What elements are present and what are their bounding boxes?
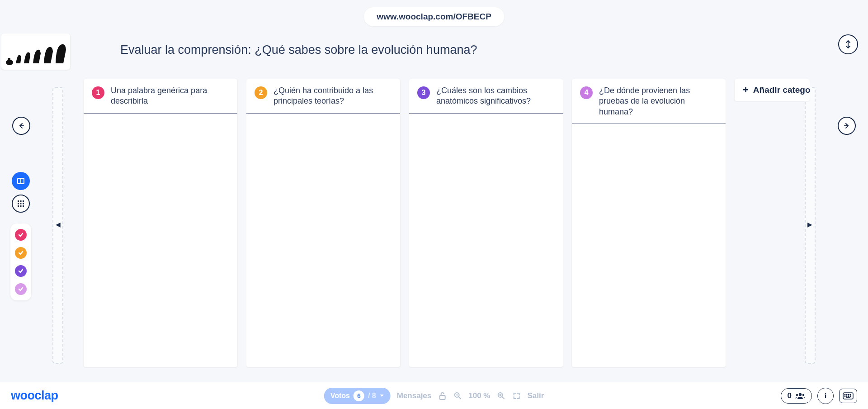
info-button[interactable]: i [817, 388, 834, 404]
next-question-button[interactable] [838, 117, 856, 135]
votes-total: / 8 [368, 392, 376, 400]
check-icon [18, 268, 24, 274]
grid-icon [17, 200, 24, 207]
column-4[interactable]: 4 ¿De dónde provienen las pruebas de la … [572, 79, 726, 367]
zoom-in-button[interactable] [496, 391, 505, 400]
info-icon: i [825, 392, 826, 400]
column-3[interactable]: 3 ¿Cuáles son los cambios anatómicos sig… [409, 79, 563, 367]
svg-rect-13 [439, 395, 445, 399]
question-title: Evaluar la comprensión: ¿Qué sabes sobre… [120, 43, 477, 57]
svg-point-23 [802, 394, 804, 395]
arrow-right-icon [843, 122, 850, 129]
legend-dot-1[interactable] [15, 229, 27, 241]
layout-columns-button[interactable] [12, 172, 30, 190]
svg-point-21 [799, 393, 802, 395]
bottom-center-controls: Votos 6 / 8 Mensajes 100 % Salir [324, 388, 544, 404]
prev-question-button[interactable] [12, 117, 30, 135]
bottom-bar: wooclap Votos 6 / 8 Mensajes 100 % [0, 382, 868, 409]
scroll-left-caret[interactable]: ◀ [56, 221, 61, 228]
svg-point-28 [850, 394, 851, 395]
svg-line-18 [502, 397, 504, 399]
zoom-in-icon [497, 392, 505, 400]
bottom-right-controls: 0 i [781, 388, 857, 404]
votes-pill[interactable]: Votos 6 / 8 [324, 388, 391, 404]
column-title: ¿Quién ha contribuido a las principales … [274, 86, 392, 107]
svg-point-31 [848, 395, 849, 396]
zoom-out-button[interactable] [453, 391, 462, 400]
legend-dot-3[interactable] [15, 265, 27, 277]
svg-rect-11 [20, 205, 22, 207]
votes-count: 6 [354, 390, 364, 401]
messages-button[interactable]: Mensajes [397, 391, 432, 400]
arrow-left-icon [18, 122, 25, 129]
column-title: ¿De dónde provienen las pruebas de la ev… [599, 86, 717, 117]
fullscreen-icon [513, 392, 520, 399]
evolution-illustration-icon [4, 40, 67, 66]
url-text: www.wooclap.com/OFBECP [377, 12, 491, 21]
svg-line-15 [458, 397, 461, 399]
sort-updown-icon [844, 39, 852, 49]
category-legend [10, 224, 31, 300]
svg-rect-9 [23, 203, 24, 204]
column-title: Una palabra genérica para describirla [111, 86, 229, 107]
legend-dot-4[interactable] [15, 283, 27, 295]
column-header: 1 Una palabra genérica para describirla [84, 79, 237, 114]
svg-rect-10 [18, 205, 19, 207]
column-header: 3 ¿Cuáles son los cambios anatómicos sig… [409, 79, 563, 114]
sort-button[interactable] [838, 34, 858, 54]
svg-rect-4 [18, 200, 19, 202]
layout-grid-button[interactable] [12, 195, 30, 213]
svg-rect-8 [20, 203, 22, 204]
column-number-badge: 3 [417, 86, 430, 99]
svg-rect-6 [23, 200, 24, 202]
svg-point-29 [844, 395, 845, 396]
legend-dot-2[interactable] [15, 247, 27, 259]
column-number-badge: 1 [92, 86, 104, 99]
votes-label: Votos [330, 392, 350, 400]
lock-button[interactable] [438, 391, 447, 400]
columns-icon [17, 177, 25, 185]
participants-count: 0 [788, 391, 792, 400]
check-icon [18, 250, 24, 256]
keyboard-icon [843, 392, 854, 399]
column-number-badge: 2 [255, 86, 267, 99]
chevron-down-icon [380, 394, 384, 398]
svg-point-22 [796, 394, 798, 395]
column-title: ¿Cuáles son los cambios anatómicos signi… [436, 86, 555, 107]
check-icon [18, 286, 24, 292]
zoom-level: 100 % [468, 391, 490, 400]
svg-rect-7 [18, 203, 19, 204]
check-icon [18, 232, 24, 238]
column-header: 4 ¿De dónde provienen las pruebas de la … [572, 79, 726, 124]
fullscreen-button[interactable] [512, 391, 521, 400]
svg-point-25 [844, 394, 845, 395]
svg-point-27 [848, 394, 849, 395]
lock-open-icon [439, 392, 446, 400]
participants-pill[interactable]: 0 [781, 388, 812, 404]
column-1[interactable]: 1 Una palabra genérica para describirla [84, 79, 237, 367]
svg-point-26 [846, 394, 847, 395]
question-thumbnail[interactable] [1, 33, 70, 70]
column-number-badge: 4 [580, 86, 593, 99]
add-category-button[interactable]: + Añadir catego [735, 79, 810, 101]
add-category-label: Añadir catego [753, 85, 810, 95]
brand-logo[interactable]: wooclap [11, 389, 58, 403]
column-2[interactable]: 2 ¿Quién ha contribuido a las principale… [246, 79, 400, 367]
side-toolbar [10, 172, 31, 300]
exit-button[interactable]: Salir [527, 391, 544, 400]
svg-rect-5 [20, 200, 22, 202]
participants-icon [795, 392, 805, 399]
svg-rect-12 [23, 205, 24, 207]
brainstorm-columns: 1 Una palabra genérica para describirla … [84, 79, 814, 367]
zoom-out-icon [453, 392, 462, 400]
column-header: 2 ¿Quién ha contribuido a las principale… [246, 79, 400, 114]
keyboard-button[interactable] [839, 389, 857, 403]
svg-point-30 [846, 395, 847, 396]
svg-rect-1 [8, 58, 10, 62]
svg-point-32 [850, 395, 851, 396]
presentation-url[interactable]: www.wooclap.com/OFBECP [364, 7, 504, 26]
plus-icon: + [743, 84, 749, 96]
